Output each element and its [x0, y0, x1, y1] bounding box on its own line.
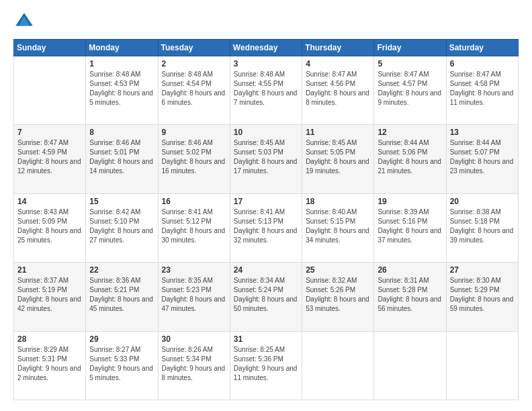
day-cell: 6Sunrise: 8:47 AMSunset: 4:58 PMDaylight…	[446, 56, 518, 125]
day-info: Sunrise: 8:26 AMSunset: 5:34 PMDaylight:…	[162, 345, 226, 383]
day-info: Sunrise: 8:45 AMSunset: 5:05 PMDaylight:…	[306, 138, 370, 176]
day-info: Sunrise: 8:42 AMSunset: 5:10 PMDaylight:…	[89, 208, 154, 245]
week-row-4: 21Sunrise: 8:37 AMSunset: 5:19 PMDayligh…	[14, 263, 519, 331]
week-row-5: 28Sunrise: 8:29 AMSunset: 5:31 PMDayligh…	[14, 331, 519, 400]
day-number: 22	[89, 265, 154, 275]
day-cell	[446, 331, 518, 400]
day-info: Sunrise: 8:47 AMSunset: 4:59 PMDaylight:…	[17, 138, 82, 176]
day-number: 13	[450, 128, 515, 137]
day-cell: 26Sunrise: 8:31 AMSunset: 5:28 PMDayligh…	[374, 263, 446, 331]
day-info: Sunrise: 8:47 AMSunset: 4:56 PMDaylight:…	[306, 70, 370, 107]
calendar-table: SundayMondayTuesdayWednesdayThursdayFrid…	[13, 39, 519, 400]
day-info: Sunrise: 8:30 AMSunset: 5:29 PMDaylight:…	[450, 276, 515, 314]
day-cell: 10Sunrise: 8:45 AMSunset: 5:03 PMDayligh…	[230, 125, 302, 193]
day-cell: 16Sunrise: 8:41 AMSunset: 5:12 PMDayligh…	[158, 193, 230, 262]
page: SundayMondayTuesdayWednesdayThursdayFrid…	[0, 0, 532, 411]
day-cell: 4Sunrise: 8:47 AMSunset: 4:56 PMDaylight…	[302, 56, 374, 125]
day-cell: 14Sunrise: 8:43 AMSunset: 5:09 PMDayligh…	[14, 193, 86, 262]
day-cell: 13Sunrise: 8:44 AMSunset: 5:07 PMDayligh…	[446, 125, 518, 193]
day-info: Sunrise: 8:47 AMSunset: 4:58 PMDaylight:…	[450, 70, 515, 107]
day-number: 21	[17, 265, 82, 275]
day-info: Sunrise: 8:46 AMSunset: 5:01 PMDaylight:…	[89, 138, 154, 176]
day-info: Sunrise: 8:45 AMSunset: 5:03 PMDaylight:…	[234, 138, 298, 176]
day-number: 29	[89, 334, 154, 344]
day-info: Sunrise: 8:25 AMSunset: 5:36 PMDaylight:…	[234, 345, 298, 383]
logo	[13, 11, 38, 32]
day-cell: 23Sunrise: 8:35 AMSunset: 5:23 PMDayligh…	[158, 263, 230, 331]
day-number: 28	[17, 334, 82, 344]
week-row-3: 14Sunrise: 8:43 AMSunset: 5:09 PMDayligh…	[14, 193, 519, 262]
day-info: Sunrise: 8:29 AMSunset: 5:31 PMDaylight:…	[17, 345, 82, 383]
week-row-1: 1Sunrise: 8:48 AMSunset: 4:53 PMDaylight…	[14, 56, 519, 125]
day-number: 17	[234, 197, 298, 206]
day-info: Sunrise: 8:40 AMSunset: 5:15 PMDaylight:…	[306, 208, 370, 245]
header	[13, 11, 519, 32]
week-row-2: 7Sunrise: 8:47 AMSunset: 4:59 PMDaylight…	[14, 125, 519, 193]
day-header-saturday: Saturday	[446, 40, 518, 56]
day-header-friday: Friday	[374, 40, 446, 56]
day-info: Sunrise: 8:48 AMSunset: 4:55 PMDaylight:…	[234, 70, 298, 107]
day-number: 11	[306, 128, 370, 137]
day-info: Sunrise: 8:31 AMSunset: 5:28 PMDaylight:…	[378, 276, 442, 314]
day-info: Sunrise: 8:34 AMSunset: 5:24 PMDaylight:…	[234, 276, 298, 314]
day-cell	[302, 331, 374, 400]
day-cell: 19Sunrise: 8:39 AMSunset: 5:16 PMDayligh…	[374, 193, 446, 262]
day-cell: 30Sunrise: 8:26 AMSunset: 5:34 PMDayligh…	[158, 331, 230, 400]
day-header-tuesday: Tuesday	[158, 40, 230, 56]
day-cell: 25Sunrise: 8:32 AMSunset: 5:26 PMDayligh…	[302, 263, 374, 331]
day-info: Sunrise: 8:43 AMSunset: 5:09 PMDaylight:…	[17, 208, 82, 245]
day-info: Sunrise: 8:41 AMSunset: 5:12 PMDaylight:…	[162, 208, 226, 245]
day-number: 24	[234, 265, 298, 275]
day-number: 14	[17, 197, 82, 206]
day-info: Sunrise: 8:36 AMSunset: 5:21 PMDaylight:…	[89, 276, 154, 314]
day-number: 19	[378, 197, 442, 206]
day-info: Sunrise: 8:41 AMSunset: 5:13 PMDaylight:…	[234, 208, 298, 245]
day-number: 3	[234, 59, 298, 68]
day-cell: 21Sunrise: 8:37 AMSunset: 5:19 PMDayligh…	[14, 263, 86, 331]
day-number: 12	[378, 128, 442, 137]
day-cell: 12Sunrise: 8:44 AMSunset: 5:06 PMDayligh…	[374, 125, 446, 193]
day-info: Sunrise: 8:44 AMSunset: 5:06 PMDaylight:…	[378, 138, 442, 176]
day-number: 7	[17, 128, 82, 137]
day-header-sunday: Sunday	[14, 40, 86, 56]
day-cell	[374, 331, 446, 400]
day-cell: 11Sunrise: 8:45 AMSunset: 5:05 PMDayligh…	[302, 125, 374, 193]
day-cell: 17Sunrise: 8:41 AMSunset: 5:13 PMDayligh…	[230, 193, 302, 262]
day-number: 30	[162, 334, 226, 344]
day-header-thursday: Thursday	[302, 40, 374, 56]
day-info: Sunrise: 8:44 AMSunset: 5:07 PMDaylight:…	[450, 138, 515, 176]
day-number: 2	[162, 59, 226, 68]
day-number: 9	[162, 128, 226, 137]
day-cell: 15Sunrise: 8:42 AMSunset: 5:10 PMDayligh…	[86, 193, 158, 262]
day-header-monday: Monday	[86, 40, 158, 56]
day-cell: 20Sunrise: 8:38 AMSunset: 5:18 PMDayligh…	[446, 193, 518, 262]
day-number: 8	[89, 128, 154, 137]
day-number: 15	[89, 197, 154, 206]
day-cell: 27Sunrise: 8:30 AMSunset: 5:29 PMDayligh…	[446, 263, 518, 331]
day-cell: 18Sunrise: 8:40 AMSunset: 5:15 PMDayligh…	[302, 193, 374, 262]
day-header-wednesday: Wednesday	[230, 40, 302, 56]
day-number: 23	[162, 265, 226, 275]
day-info: Sunrise: 8:48 AMSunset: 4:54 PMDaylight:…	[162, 70, 226, 107]
day-cell: 9Sunrise: 8:46 AMSunset: 5:02 PMDaylight…	[158, 125, 230, 193]
day-number: 20	[450, 197, 515, 206]
day-info: Sunrise: 8:39 AMSunset: 5:16 PMDaylight:…	[378, 208, 442, 245]
day-info: Sunrise: 8:37 AMSunset: 5:19 PMDaylight:…	[17, 276, 82, 314]
day-number: 6	[450, 59, 515, 68]
day-info: Sunrise: 8:46 AMSunset: 5:02 PMDaylight:…	[162, 138, 226, 176]
day-number: 5	[378, 59, 442, 68]
calendar-header-row: SundayMondayTuesdayWednesdayThursdayFrid…	[14, 40, 519, 56]
day-cell: 5Sunrise: 8:47 AMSunset: 4:57 PMDaylight…	[374, 56, 446, 125]
day-cell: 29Sunrise: 8:27 AMSunset: 5:33 PMDayligh…	[86, 331, 158, 400]
day-info: Sunrise: 8:47 AMSunset: 4:57 PMDaylight:…	[378, 70, 442, 107]
day-info: Sunrise: 8:32 AMSunset: 5:26 PMDaylight:…	[306, 276, 370, 314]
day-number: 18	[306, 197, 370, 206]
day-info: Sunrise: 8:35 AMSunset: 5:23 PMDaylight:…	[162, 276, 226, 314]
day-number: 16	[162, 197, 226, 206]
day-cell: 24Sunrise: 8:34 AMSunset: 5:24 PMDayligh…	[230, 263, 302, 331]
day-cell: 8Sunrise: 8:46 AMSunset: 5:01 PMDaylight…	[86, 125, 158, 193]
day-number: 31	[234, 334, 298, 344]
day-cell: 3Sunrise: 8:48 AMSunset: 4:55 PMDaylight…	[230, 56, 302, 125]
day-info: Sunrise: 8:38 AMSunset: 5:18 PMDaylight:…	[450, 208, 515, 245]
day-info: Sunrise: 8:48 AMSunset: 4:53 PMDaylight:…	[89, 70, 154, 107]
